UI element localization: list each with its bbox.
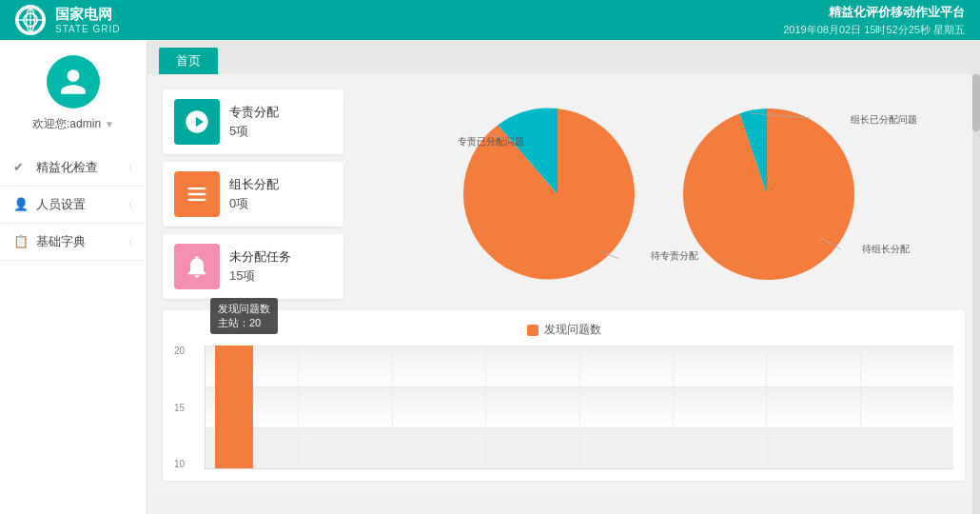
bar-tooltip: 发现问题数 主站：20: [210, 298, 278, 334]
pie-container-1: 专责已分配问题 待专责分配: [462, 99, 653, 289]
sidebar-arrow-jczd: 〈: [123, 235, 133, 249]
sidebar-arrow-jyhc: 〈: [123, 161, 133, 175]
sidebar-menu: ✔ 精益化检查 〈 👤 人员设置 〈 📋 基础字典 〈: [0, 149, 147, 261]
pie-container-2: 组长已分配问题 待组长分配: [672, 99, 862, 289]
main-scroll-wrapper: 专责分配 5项 组长分配 0: [147, 74, 980, 514]
content-area: 专责分配 5项 组长分配 0: [147, 74, 980, 496]
sidebar-item-jczd[interactable]: 📋 基础字典 〈: [0, 224, 147, 261]
header-title-cn: 国家电网: [55, 6, 121, 24]
header-weekday: 星期五: [933, 24, 965, 35]
sidebar-item-jyhc[interactable]: ✔ 精益化检查 〈: [0, 149, 147, 187]
card-icon-wfp: [174, 244, 220, 289]
book-icon: 📋: [13, 234, 29, 249]
main-content: 首页: [147, 40, 980, 514]
bar-zz: [215, 346, 253, 468]
card-title-wfp: 未分配任务: [229, 248, 291, 266]
top-section: 专责分配 5项 组长分配 0: [163, 89, 965, 299]
pie-chart-1: 专责已分配问题 待专责分配: [462, 99, 653, 289]
tab-home[interactable]: 首页: [159, 48, 218, 74]
tab-bar: 首页: [147, 40, 980, 74]
sidebar-item-left-jyhc: ✔ 精益化检查: [13, 159, 98, 176]
bar-legend: 发现问题数: [174, 322, 953, 338]
pie1-label-top: 专责已分配问题: [458, 135, 524, 148]
sidebar-item-left-jczd: 📋 基础字典: [13, 233, 86, 250]
bar-chart-wrapper: 20 15 10: [174, 346, 953, 469]
card-info-zyfp: 专责分配 5项: [229, 104, 279, 140]
sidebar-label-jyhc: 精益化检查: [36, 159, 98, 176]
card-title-zyfp: 专责分配: [229, 104, 279, 121]
bar-column-zz: 发现问题数 主站：20: [206, 346, 263, 468]
legend-dot: [527, 325, 539, 336]
sidebar-label-jczd: 基础字典: [36, 233, 86, 250]
scrollbar-track[interactable]: [972, 74, 980, 514]
card-zzfp: 组长分配 0项: [163, 162, 343, 227]
tooltip-value: 主站：20: [218, 316, 270, 330]
sidebar-arrow-rysz: 〈: [123, 198, 133, 212]
header: 国家电网 STATE GRID 精益化评价移动作业平台 2019年08月02日 …: [0, 0, 980, 40]
card-title-zzfp: 组长分配: [229, 176, 279, 193]
card-count-wfp: 15项: [229, 267, 291, 285]
card-icon-zyfp: [174, 99, 220, 145]
avatar: [47, 55, 100, 109]
card-count-zyfp: 5项: [229, 123, 279, 140]
bars-container: 发现问题数 主站：20: [206, 346, 953, 468]
card-info-zzfp: 组长分配 0项: [229, 176, 279, 212]
check-icon: ✔: [13, 160, 29, 175]
charts-column: 专责已分配问题 待专责分配: [359, 89, 965, 299]
y-label-20: 20: [174, 346, 185, 356]
header-time: 15时52分25秒: [864, 24, 931, 35]
pie-chart-2: 组长已分配问题 待组长分配: [672, 99, 862, 289]
y-axis-labels: 20 15 10: [174, 346, 188, 469]
pie2-label-top: 组长已分配问题: [851, 113, 917, 127]
header-title-block: 国家电网 STATE GRID: [55, 6, 121, 34]
welcome-arrow[interactable]: ▼: [105, 119, 114, 129]
bar-chart-area: 发现问题数 主站：20: [205, 346, 953, 469]
sidebar: 欢迎您:admin ▼ ✔ 精益化检查 〈 👤 人员设置 〈 📋: [0, 40, 147, 514]
state-grid-logo: [15, 5, 46, 35]
content-scroll[interactable]: 专责分配 5项 组长分配 0: [147, 74, 980, 514]
welcome-label: 欢迎您:admin: [32, 116, 101, 132]
platform-title: 精益化评价移动作业平台: [783, 4, 965, 21]
card-wfp: 未分配任务 15项: [163, 234, 343, 299]
sidebar-label-rysz: 人员设置: [36, 196, 86, 213]
bar-section: 发现问题数 20 15 10: [163, 310, 965, 481]
card-info-wfp: 未分配任务 15项: [229, 248, 291, 285]
welcome-text: 欢迎您:admin ▼: [32, 116, 114, 132]
pie2-label-bottom: 待组长分配: [862, 243, 910, 256]
card-icon-zzfp: [174, 171, 220, 217]
header-datetime: 2019年08月02日 15时52分25秒 星期五: [783, 23, 965, 37]
header-right: 精益化评价移动作业平台 2019年08月02日 15时52分25秒 星期五: [783, 4, 965, 37]
y-label-15: 15: [174, 403, 185, 413]
card-count-zzfp: 0项: [229, 195, 279, 212]
header-title-en: STATE GRID: [55, 24, 121, 34]
y-label-10: 10: [174, 459, 185, 469]
header-left: 国家电网 STATE GRID: [15, 5, 121, 35]
header-date: 2019年08月02日: [783, 24, 861, 35]
sidebar-item-rysz[interactable]: 👤 人员设置 〈: [0, 187, 147, 224]
user-icon: 👤: [13, 197, 29, 212]
card-zyfp: 专责分配 5项: [163, 89, 343, 154]
tooltip-title: 发现问题数: [218, 302, 270, 316]
cards-column: 专责分配 5项 组长分配 0: [163, 89, 343, 299]
scrollbar-thumb[interactable]: [972, 74, 980, 131]
main-layout: 欢迎您:admin ▼ ✔ 精益化检查 〈 👤 人员设置 〈 📋: [0, 40, 980, 514]
sidebar-item-left-rysz: 👤 人员设置: [13, 196, 86, 213]
legend-label: 发现问题数: [544, 322, 601, 338]
